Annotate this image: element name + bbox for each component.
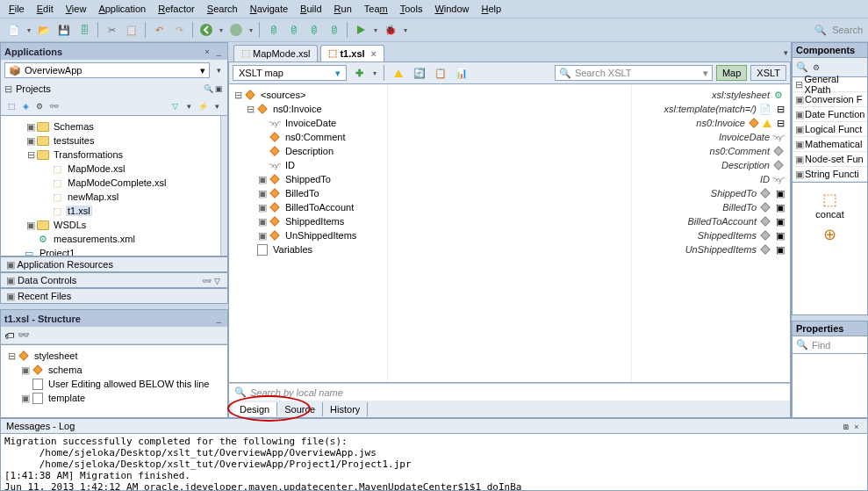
tree-item[interactable]: ▣WSDLs: [3, 218, 226, 232]
save-all-button[interactable]: 🗄: [75, 21, 93, 39]
new-dropdown[interactable]: ▾: [25, 21, 32, 39]
menu-application[interactable]: Application: [93, 2, 151, 16]
tab-design[interactable]: Design: [233, 402, 277, 416]
source-node[interactable]: ⊟<sources>: [231, 88, 385, 102]
target-node[interactable]: InvoiceDate"xy": [634, 130, 788, 144]
tree-item[interactable]: ▣Schemas: [3, 119, 226, 134]
application-resources-panel[interactable]: ▣ Application Resources: [0, 256, 228, 272]
source-node[interactable]: ▣ShippedTo: [231, 172, 385, 186]
undo-button[interactable]: ↶: [150, 21, 168, 39]
menu-navigate[interactable]: Navigate: [245, 2, 293, 16]
tree-item[interactable]: ▣testsuites: [3, 134, 226, 148]
menu-edit[interactable]: Edit: [32, 2, 59, 16]
structure-icon-1[interactable]: 🏷: [4, 330, 14, 341]
menu-file[interactable]: File: [4, 2, 30, 16]
log-output[interactable]: Migration successfully completed for the…: [0, 434, 868, 491]
mapping-canvas[interactable]: [387, 84, 632, 382]
tool-icon-1[interactable]: 🔄: [411, 64, 428, 82]
tab-history[interactable]: History: [323, 402, 368, 416]
db-button-4[interactable]: 🛢: [325, 21, 342, 39]
structure-minimize[interactable]: _: [213, 314, 224, 324]
target-node[interactable]: xsl:stylesheet⚙: [634, 88, 788, 102]
forward-button[interactable]: [227, 21, 245, 39]
menu-tools[interactable]: Tools: [395, 2, 428, 16]
xpath-category[interactable]: ⊟General XPath: [793, 77, 867, 92]
source-node[interactable]: ▣ShippedItems: [231, 214, 385, 228]
source-node[interactable]: ⊟ns0:Invoice: [231, 102, 385, 116]
target-node[interactable]: ID"xy": [634, 172, 788, 186]
tree-item[interactable]: ⬚newMap.xsl: [3, 190, 226, 204]
application-dropdown[interactable]: 📦 OverviewApp ▾: [4, 62, 210, 78]
menu-team[interactable]: Team: [359, 2, 393, 16]
tree-item[interactable]: ⬚MapModeComplete.xsl: [3, 176, 226, 190]
map-mode-button[interactable]: Map: [716, 65, 747, 81]
source-node[interactable]: "xy"ID: [231, 158, 385, 172]
target-node[interactable]: xsl:template(match=/)📄⊟: [634, 102, 788, 116]
target-tree[interactable]: xsl:stylesheet⚙xsl:template(match=/)📄⊟ns…: [632, 84, 790, 382]
structure-item[interactable]: User Editing allowed BELOW this line: [3, 377, 226, 391]
xpath-category[interactable]: ▣String Functi: [793, 167, 867, 182]
target-node[interactable]: ShippedItems▣: [634, 228, 788, 242]
menu-help[interactable]: Help: [477, 2, 507, 16]
source-node[interactable]: ▣BilledTo: [231, 186, 385, 200]
save-button[interactable]: 💾: [55, 21, 73, 39]
recent-files-panel[interactable]: ▣ Recent Files: [0, 288, 228, 304]
menu-view[interactable]: View: [61, 2, 92, 16]
source-node[interactable]: Description: [231, 144, 385, 158]
validation-icon[interactable]: [390, 64, 407, 82]
run-button[interactable]: [352, 21, 369, 39]
add-button[interactable]: ✚: [350, 64, 368, 82]
new-button[interactable]: 📄: [5, 21, 23, 39]
copy-button[interactable]: 📋: [123, 21, 140, 39]
properties-find[interactable]: 🔍 Find: [792, 336, 868, 354]
xslt-map-dropdown[interactable]: XSLT map▾: [233, 65, 347, 81]
app-refresh-button[interactable]: ▾: [213, 65, 224, 76]
close-tab-icon[interactable]: ×: [371, 48, 377, 59]
db-button-2[interactable]: 🛢: [284, 21, 302, 39]
source-node[interactable]: Variables: [231, 242, 385, 256]
target-node[interactable]: UnShippedItems▣: [634, 242, 788, 256]
redo-button[interactable]: ↷: [170, 21, 188, 39]
panel-menu-icon[interactable]: ×: [202, 47, 212, 57]
local-name-search[interactable]: 🔍 Search by local name: [228, 383, 791, 401]
structure-item[interactable]: ▣template: [3, 391, 226, 405]
xpath-category[interactable]: ▣Mathematical: [793, 137, 867, 152]
tool-icon-2[interactable]: 📋: [432, 64, 449, 82]
target-node[interactable]: ns0:Comment: [634, 144, 788, 158]
back-button[interactable]: [197, 21, 215, 39]
log-close[interactable]: ×: [851, 422, 862, 432]
target-node[interactable]: ShippedTo▣: [634, 186, 788, 200]
open-button[interactable]: 📂: [35, 21, 53, 39]
xpath-category[interactable]: ▣Node-set Fun: [793, 152, 867, 167]
menu-run[interactable]: Run: [329, 2, 357, 16]
structure-item[interactable]: ▣schema: [3, 363, 226, 377]
proj-tool-1[interactable]: 🔍: [203, 83, 213, 94]
xslt-mode-button[interactable]: XSLT: [750, 65, 786, 81]
main-search-field[interactable]: Search: [832, 25, 863, 35]
function-icon-2[interactable]: ⊕: [793, 225, 867, 244]
target-node[interactable]: BilledToAccount▣: [634, 214, 788, 228]
structure-icon-2[interactable]: 👓: [18, 329, 30, 341]
source-node[interactable]: ns0:Comment: [231, 130, 385, 144]
tab-source[interactable]: Source: [277, 402, 323, 416]
expand-projects[interactable]: ⊟: [4, 83, 12, 95]
scrollbar[interactable]: [220, 116, 227, 256]
tree-item[interactable]: ▭Project1: [3, 246, 226, 256]
source-node[interactable]: "xy"InvoiceDate: [231, 116, 385, 130]
cut-button[interactable]: ✂: [103, 21, 120, 39]
proj-settings[interactable]: ⚙: [34, 101, 45, 112]
tree-item[interactable]: ⚙measurements.xml: [3, 232, 226, 246]
search-icon[interactable]: 🔍: [796, 61, 808, 73]
xpath-category[interactable]: ▣Date Function: [793, 107, 867, 122]
menu-search[interactable]: Search: [202, 2, 243, 16]
xpath-category[interactable]: ▣Logical Funct: [793, 122, 867, 137]
comp-tool[interactable]: ⚙: [811, 62, 821, 73]
menu-build[interactable]: Build: [295, 2, 326, 16]
tool-icon-3[interactable]: 📊: [453, 64, 470, 82]
minimize-icon[interactable]: _: [213, 47, 224, 57]
structure-item[interactable]: ⊟stylesheet: [3, 349, 226, 363]
editor-minimize[interactable]: ▾: [780, 47, 791, 58]
proj-icon[interactable]: ⬚: [6, 101, 17, 112]
tree-item[interactable]: ⬚t1.xsl: [3, 204, 226, 218]
db-button-3[interactable]: 🛢: [305, 21, 322, 39]
